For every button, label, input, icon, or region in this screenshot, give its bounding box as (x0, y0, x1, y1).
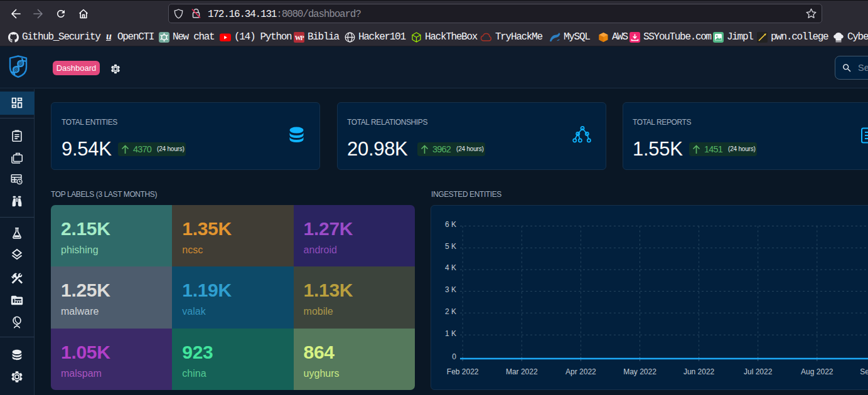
svg-text:May 2022: May 2022 (623, 367, 656, 376)
svg-text:Sep 2022: Sep 2022 (860, 367, 868, 376)
svg-text:0: 0 (452, 352, 456, 361)
svg-text:Apr 2022: Apr 2022 (565, 367, 596, 376)
svg-text:Mar 2022: Mar 2022 (506, 367, 538, 376)
svg-text:6 K: 6 K (445, 220, 456, 229)
svg-text:4 K: 4 K (445, 263, 456, 272)
svg-text:5 K: 5 K (445, 242, 456, 251)
svg-text:3 K: 3 K (445, 285, 456, 294)
svg-text:1 K: 1 K (445, 329, 456, 338)
svg-text:WP: WP (295, 34, 304, 41)
svg-text:Feb 2022: Feb 2022 (447, 367, 479, 376)
svg-text:Jun 2022: Jun 2022 (683, 367, 715, 376)
svg-text:Jul 2022: Jul 2022 (744, 367, 773, 376)
svg-text:2 K: 2 K (445, 307, 456, 316)
svg-text:Aug 2022: Aug 2022 (801, 367, 833, 376)
